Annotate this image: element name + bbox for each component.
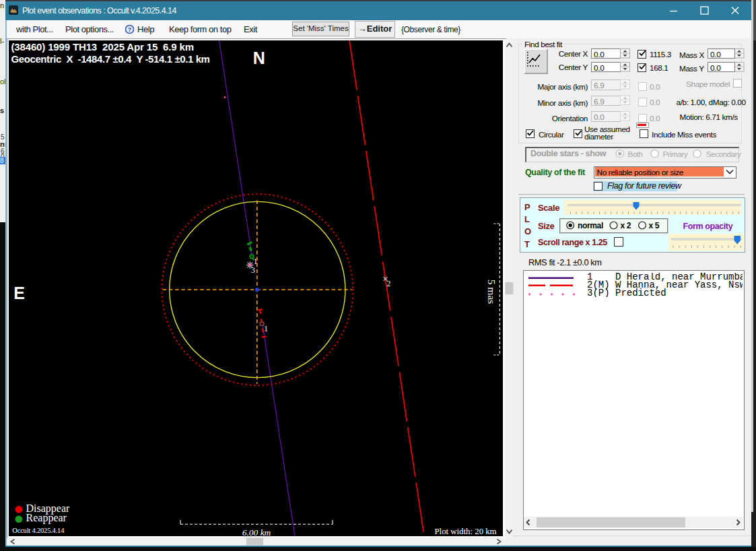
svg-text:6.00 km: 6.00 km [242, 527, 271, 537]
svg-text:Plot width: 20 km: Plot width: 20 km [435, 527, 497, 536]
svg-text:(38460) 1999 TH13 2025 Apr 15: (38460) 1999 TH13 2025 Apr 15 6.9 km [11, 41, 194, 53]
svg-text:1: 1 [254, 257, 258, 266]
svg-text:5 mas: 5 mas [486, 280, 497, 304]
svg-text:N: N [253, 48, 265, 67]
svg-text:3: 3 [251, 265, 255, 275]
svg-text:Occult 4.2025.4.14: Occult 4.2025.4.14 [12, 527, 65, 534]
svg-text:E: E [13, 284, 25, 302]
svg-text:2: 2 [386, 279, 390, 288]
svg-text:?: ? [128, 26, 132, 33]
svg-text:1: 1 [264, 324, 268, 333]
svg-text:Reappear: Reappear [26, 512, 67, 524]
svg-text:Geocentric X -1484.7 ±0.4 Y: Geocentric X -1484.7 ±0.4 Y -514.1 ±0.1 … [11, 53, 210, 65]
